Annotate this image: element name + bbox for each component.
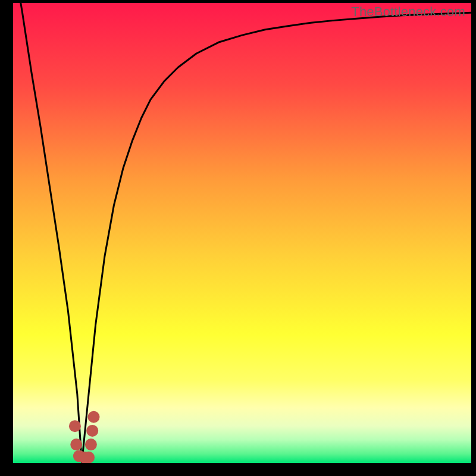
data-marker [86, 425, 98, 437]
bottleneck-chart [13, 3, 471, 463]
chart-frame: TheBottleneck.com [13, 3, 471, 463]
data-marker [85, 439, 97, 450]
attribution-text: TheBottleneck.com [351, 4, 465, 20]
gradient-background [13, 3, 471, 463]
data-marker [83, 452, 95, 463]
data-marker [69, 420, 81, 432]
data-marker [88, 411, 100, 423]
data-marker [70, 439, 82, 450]
